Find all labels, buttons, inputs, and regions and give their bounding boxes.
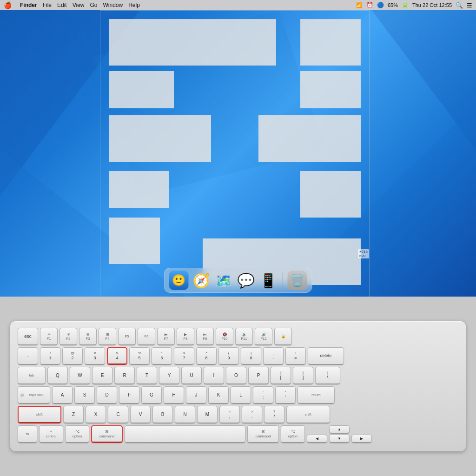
- u-key[interactable]: U: [181, 367, 202, 384]
- 7-key[interactable]: &7: [174, 347, 194, 365]
- menubar-edit[interactable]: Edit: [57, 2, 67, 8]
- shift-left-key[interactable]: shift: [18, 406, 61, 423]
- 3-key[interactable]: #3: [85, 347, 105, 365]
- option-left-key[interactable]: ⌥option: [65, 425, 89, 443]
- d-key[interactable]: D: [97, 386, 117, 404]
- 9-key[interactable]: (9: [218, 347, 239, 365]
- 0-key[interactable]: )0: [241, 347, 261, 365]
- n-key[interactable]: N: [175, 406, 195, 423]
- z-key[interactable]: Z: [63, 406, 84, 423]
- menubar-help[interactable]: Help: [128, 2, 140, 8]
- apple-menu[interactable]: 🍎: [4, 1, 12, 9]
- command-left-key[interactable]: ⌘command: [91, 425, 123, 443]
- i-key[interactable]: I: [204, 367, 224, 384]
- x-key[interactable]: X: [86, 406, 106, 423]
- o-key[interactable]: O: [226, 367, 246, 384]
- time-display: Thu 22 Oct 12:55: [412, 2, 452, 8]
- f5-key[interactable]: F5: [118, 328, 136, 345]
- lock-key[interactable]: 🔒: [274, 328, 292, 345]
- dock-phone[interactable]: 📱: [258, 271, 278, 290]
- 8-key[interactable]: *8: [196, 347, 217, 365]
- 1-key[interactable]: !1: [40, 347, 60, 365]
- arrow-right-key[interactable]: ▶: [351, 435, 372, 443]
- 6-key[interactable]: ^6: [152, 347, 172, 365]
- time-machine-icon[interactable]: ⏰: [366, 2, 373, 8]
- 5-key[interactable]: %5: [129, 347, 150, 365]
- control-key[interactable]: ^control: [39, 425, 63, 443]
- period-key[interactable]: >.: [242, 406, 262, 423]
- f4-key[interactable]: ⊞F4: [99, 328, 116, 345]
- h-key[interactable]: H: [164, 386, 184, 404]
- arrow-down-key[interactable]: ▼: [329, 435, 350, 443]
- menubar-file[interactable]: File: [43, 2, 52, 8]
- bluetooth-icon[interactable]: 🔵: [377, 2, 384, 8]
- option-right-key[interactable]: ⌥option: [281, 425, 305, 443]
- f-key[interactable]: F: [119, 386, 139, 404]
- w-key[interactable]: W: [70, 367, 90, 384]
- q-key[interactable]: Q: [47, 367, 68, 384]
- s-key[interactable]: S: [74, 386, 95, 404]
- j-key[interactable]: J: [186, 386, 206, 404]
- f6-key[interactable]: F6: [138, 328, 155, 345]
- spotlight-icon[interactable]: 🔍: [456, 2, 463, 9]
- c-key[interactable]: C: [108, 406, 128, 423]
- f12-key[interactable]: 🔊F12: [255, 328, 272, 345]
- control-center-icon[interactable]: ☰: [467, 2, 472, 9]
- dock-slack[interactable]: 💬: [236, 271, 256, 290]
- arrow-left-key[interactable]: ◀: [307, 435, 327, 443]
- semicolon-key[interactable]: :;: [253, 386, 273, 404]
- f11-key[interactable]: 🔉F11: [235, 328, 253, 345]
- f10-key[interactable]: 🔇F10: [216, 328, 233, 345]
- shift-right-key[interactable]: shift: [286, 406, 330, 423]
- 4-key[interactable]: $4: [107, 347, 127, 365]
- f3-key[interactable]: ⊞F3: [79, 328, 97, 345]
- menubar-window[interactable]: Window: [103, 2, 123, 8]
- dock-finder[interactable]: 🙂: [169, 271, 189, 290]
- backslash-key[interactable]: |\: [315, 367, 340, 384]
- slash-key[interactable]: ?/: [264, 406, 284, 423]
- a-key[interactable]: A: [52, 386, 73, 404]
- caps-lock-key[interactable]: caps lock: [18, 386, 50, 404]
- minus-key[interactable]: _-: [263, 347, 284, 365]
- fn-key[interactable]: fn: [18, 425, 37, 443]
- dock-safari[interactable]: 🧭: [192, 271, 211, 290]
- l-key[interactable]: L: [231, 386, 251, 404]
- tab-key[interactable]: tab: [18, 367, 46, 384]
- f2-key[interactable]: ☀F2: [60, 328, 77, 345]
- grid-rect-r2-2: [258, 115, 361, 162]
- f7-key[interactable]: ⏮F7: [157, 328, 175, 345]
- rbracket-key[interactable]: }]: [293, 367, 313, 384]
- v-key[interactable]: V: [130, 406, 151, 423]
- m-key[interactable]: M: [197, 406, 218, 423]
- lbracket-key[interactable]: {[: [271, 367, 291, 384]
- wifi-icon[interactable]: 📶: [356, 2, 363, 8]
- g-key[interactable]: G: [141, 386, 162, 404]
- menubar-go[interactable]: Go: [90, 2, 98, 8]
- dock-trash[interactable]: 🗑️: [288, 271, 307, 290]
- r-key[interactable]: R: [114, 367, 135, 384]
- menubar-app-name[interactable]: Finder: [20, 2, 37, 8]
- comma-key[interactable]: <,: [219, 406, 240, 423]
- k-key[interactable]: K: [208, 386, 229, 404]
- f1-key[interactable]: ☀F1: [40, 328, 58, 345]
- menubar-view[interactable]: View: [73, 2, 85, 8]
- t-key[interactable]: T: [137, 367, 157, 384]
- dock-maps[interactable]: 🗺️: [214, 271, 233, 290]
- backtick-key[interactable]: ~`: [18, 347, 38, 365]
- space-key[interactable]: [125, 425, 245, 443]
- f8-key[interactable]: ▶F8: [177, 328, 194, 345]
- esc-key[interactable]: esc: [18, 328, 38, 345]
- 2-key[interactable]: @2: [62, 347, 83, 365]
- b-key[interactable]: B: [152, 406, 173, 423]
- f9-key[interactable]: ⏭F9: [196, 328, 214, 345]
- y-key[interactable]: Y: [159, 367, 179, 384]
- arrow-up-key[interactable]: ▲: [329, 425, 350, 434]
- return-key[interactable]: return: [298, 386, 335, 404]
- command-right-key[interactable]: ⌘command: [247, 425, 279, 443]
- delete-key[interactable]: delete: [308, 347, 344, 365]
- battery-icon[interactable]: 🔋: [402, 2, 409, 8]
- p-key[interactable]: P: [248, 367, 269, 384]
- equals-key[interactable]: +=: [285, 347, 306, 365]
- e-key[interactable]: E: [92, 367, 112, 384]
- quote-key[interactable]: "': [275, 386, 296, 404]
